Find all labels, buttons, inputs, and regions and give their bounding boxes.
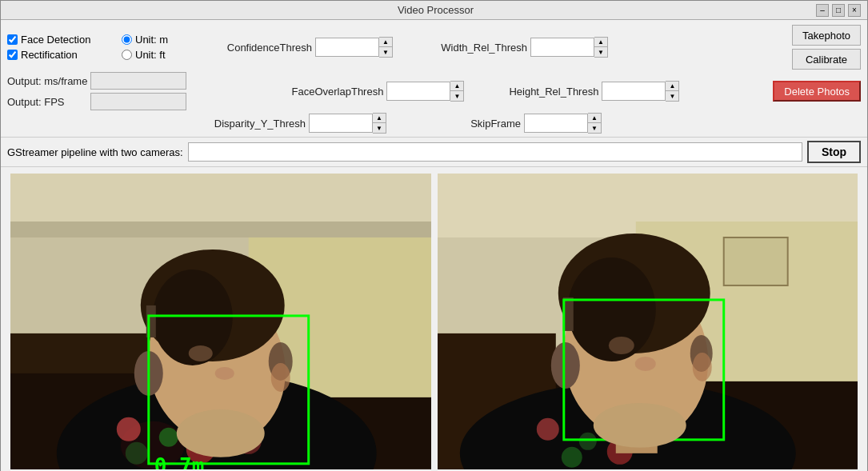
maximize-button[interactable]: □: [832, 4, 845, 17]
confidence-thresh-up[interactable]: ▲: [379, 38, 392, 47]
svg-point-33: [536, 418, 558, 441]
controls-row-2: Output: ms/frame 67 Output: FPS 15 FaceO…: [7, 72, 861, 110]
controls-area: Face Detection Rectification Unit: m Uni…: [1, 20, 867, 138]
svg-point-34: [578, 433, 596, 450]
unit-m-input[interactable]: [122, 34, 132, 45]
svg-point-24: [271, 363, 290, 392]
confidence-thresh-group: ConfidenceThresh 0.70 ▲ ▼: [200, 37, 393, 58]
svg-point-43: [550, 342, 579, 389]
confidence-thresh-input[interactable]: 0.70: [315, 38, 379, 57]
face-overlap-thresh-down[interactable]: ▼: [450, 91, 463, 101]
skip-frame-up[interactable]: ▲: [588, 114, 601, 123]
calibrate-button[interactable]: Calibrate: [792, 49, 861, 70]
svg-point-11: [126, 442, 148, 465]
ms-frame-output: 67: [90, 72, 186, 90]
disparity-y-thresh-spinbox: 30 ▲ ▼: [309, 113, 386, 134]
left-camera-view: 0.7m: [10, 174, 431, 469]
disparity-y-thresh-up[interactable]: ▲: [373, 114, 386, 123]
rectification-input[interactable]: [7, 50, 18, 60]
svg-point-42: [608, 337, 634, 354]
confidence-thresh-spin-buttons: ▲ ▼: [379, 37, 393, 58]
face-detection-checkbox[interactable]: Face Detection: [7, 34, 115, 46]
minimize-button[interactable]: –: [816, 4, 829, 17]
unit-ft-input[interactable]: [122, 50, 132, 60]
confidence-thresh-down[interactable]: ▼: [379, 47, 392, 57]
svg-text:0.7m: 0.7m: [154, 454, 205, 469]
width-rel-thresh-down[interactable]: ▼: [594, 47, 607, 57]
pipeline-row: GStreamer pipeline with two cameras: v4l…: [1, 138, 867, 167]
svg-point-48: [692, 353, 711, 381]
skip-frame-spinbox: 2 ▲ ▼: [524, 113, 602, 134]
rectification-checkbox[interactable]: Rectification: [7, 49, 115, 61]
face-overlap-thresh-up[interactable]: ▲: [450, 82, 463, 91]
disparity-y-thresh-down[interactable]: ▼: [373, 123, 386, 133]
svg-point-9: [159, 428, 178, 447]
right-camera-view: [438, 174, 858, 469]
face-overlap-thresh-group: FaceOverlapThresh 0.75 ▲ ▼: [271, 81, 464, 102]
height-rel-thresh-input[interactable]: 0.20: [602, 82, 666, 101]
height-rel-thresh-up[interactable]: ▲: [666, 82, 678, 91]
delete-photos-button[interactable]: Delete Photos: [773, 81, 861, 102]
height-rel-thresh-spin-buttons: ▲ ▼: [666, 81, 679, 102]
svg-point-8: [117, 417, 141, 441]
main-window: Video Processor – □ × Face Detection Rec…: [0, 0, 868, 471]
face-overlap-thresh-input[interactable]: 0.75: [386, 82, 450, 101]
height-rel-thresh-spinbox: 0.20 ▲ ▼: [602, 81, 679, 102]
video-area: 0.7m: [1, 167, 867, 471]
svg-point-25: [177, 409, 265, 457]
unit-m-radio[interactable]: Unit: m: [122, 34, 194, 46]
disparity-y-thresh-group: Disparity_Y_Thresh 30 ▲ ▼: [194, 113, 386, 134]
window-controls: – □ ×: [816, 4, 861, 17]
skip-frame-down[interactable]: ▼: [588, 123, 601, 133]
disparity-y-thresh-spin-buttons: ▲ ▼: [373, 113, 386, 134]
right-camera-panel: [438, 174, 858, 469]
svg-point-47: [593, 403, 686, 448]
svg-point-17: [215, 367, 234, 380]
height-rel-thresh-down[interactable]: ▼: [666, 91, 678, 101]
disparity-y-thresh-input[interactable]: 30: [309, 114, 373, 133]
face-overlap-thresh-spin-buttons: ▲ ▼: [450, 81, 464, 102]
confidence-thresh-spinbox: 0.70 ▲ ▼: [315, 37, 393, 58]
stop-button[interactable]: Stop: [807, 141, 861, 163]
controls-row-3: Disparity_Y_Thresh 30 ▲ ▼ SkipFrame 2 ▲ …: [7, 113, 861, 134]
skip-frame-input[interactable]: 2: [524, 114, 588, 133]
height-rel-thresh-group: Height_Rel_Thresh 0.20 ▲ ▼: [486, 81, 679, 102]
takephoto-button[interactable]: Takephoto: [792, 25, 861, 46]
pipeline-label: GStreamer pipeline with two cameras:: [7, 146, 183, 158]
svg-point-18: [189, 345, 213, 361]
svg-rect-29: [723, 237, 787, 285]
svg-point-41: [634, 357, 655, 371]
width-rel-thresh-spin-buttons: ▲ ▼: [594, 37, 608, 58]
pipeline-input[interactable]: v4l2src device=/dev/video2 ! video/x-raw…: [188, 142, 802, 162]
face-overlap-thresh-spinbox: 0.75 ▲ ▼: [386, 81, 464, 102]
left-camera-panel: 0.7m: [10, 174, 431, 469]
unit-ft-radio[interactable]: Unit: ft: [122, 49, 194, 61]
width-rel-thresh-up[interactable]: ▲: [594, 38, 607, 47]
skip-frame-spin-buttons: ▲ ▼: [588, 113, 602, 134]
face-detection-input[interactable]: [7, 34, 18, 45]
width-rel-thresh-group: Width_Rel_Thresh 0.20 ▲ ▼: [415, 37, 608, 58]
svg-point-36: [561, 447, 582, 468]
title-bar: Video Processor – □ ×: [1, 1, 867, 20]
close-button[interactable]: ×: [848, 4, 861, 17]
controls-row-1: Face Detection Rectification Unit: m Uni…: [7, 25, 861, 70]
fps-output: 15: [90, 93, 186, 110]
skip-frame-group: SkipFrame 2 ▲ ▼: [409, 113, 602, 134]
window-title: Video Processor: [55, 4, 816, 16]
width-rel-thresh-input[interactable]: 0.20: [530, 38, 594, 57]
width-rel-thresh-spinbox: 0.20 ▲ ▼: [530, 37, 608, 58]
svg-rect-2: [10, 222, 431, 237]
